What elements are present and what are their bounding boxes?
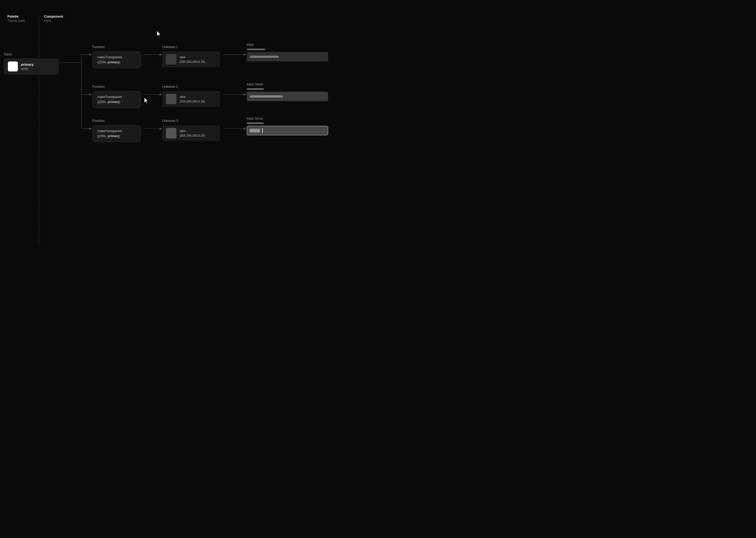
function-section-label-2: Function (92, 85, 141, 88)
unknown-rgba-1: rgba (255,255,255,0.15) (179, 55, 205, 64)
unknown-label-3: Unknown 3 (162, 119, 220, 123)
function-text-1a: makeTransparent (97, 55, 122, 59)
input-bar-2[interactable] (247, 92, 328, 101)
input-above-label-2 (247, 88, 264, 90)
unknown-box-3: rgba (255,255,255,0.25) (162, 125, 220, 141)
input-cursor (262, 128, 263, 133)
function-text-3a: makeTransparent (97, 129, 122, 133)
rgba-text-2b: (255,255,255,0.20) (179, 99, 205, 104)
rgba-text-1a: rgba (179, 55, 205, 59)
input-above-label-1 (247, 49, 265, 50)
rgba-text-3a: rgba (179, 129, 205, 133)
input-label-3: input :focus (247, 117, 328, 120)
rgba-text-2a: rgba (179, 94, 205, 99)
unknown-box-2: rgba (255,255,255,0.20) (162, 91, 220, 107)
function-box-2: makeTransparent ((20%, primary) (92, 91, 141, 108)
function-bold-1: primary (108, 60, 119, 64)
token-swatch (8, 62, 18, 72)
unknown-section-1: Unknown 1 rgba (255,255,255,0.15) (162, 45, 220, 67)
input-focus-content (247, 126, 328, 135)
svg-marker-5 (89, 93, 92, 96)
function-label-2: Function makeTransparent ((20%, primary) (92, 85, 141, 108)
rgba-text-3b: (255,255,255,0.25) (179, 133, 205, 138)
svg-marker-15 (244, 93, 246, 96)
function-label-1: Function makeTransparent ((15%, primary) (92, 45, 141, 68)
input-label-1: input (247, 43, 328, 46)
token-label: Token (4, 53, 59, 56)
function-bold-3: primary (108, 134, 119, 138)
token-card: primary white (4, 58, 59, 75)
function-section-label-3: Function (92, 119, 141, 123)
input-bar-1[interactable] (247, 52, 328, 62)
input-preview-3: input :focus (247, 117, 328, 135)
input-focus-text (250, 129, 260, 133)
input-placeholder-2 (250, 95, 283, 97)
input-above-label-3 (247, 123, 264, 124)
input-bar-3[interactable] (247, 126, 328, 135)
unknown-label-1: Unknown 1 (162, 45, 220, 49)
unknown-swatch-1 (166, 54, 176, 65)
function-label-3: Function makeTransparent ((25%, primary) (92, 119, 141, 142)
unknown-swatch-2 (166, 94, 176, 104)
function-text-2a: makeTransparent (97, 95, 122, 99)
svg-marker-19 (244, 128, 246, 130)
function-close-3: ) (119, 134, 120, 138)
unknown-box-1: rgba (255,255,255,0.15) (162, 51, 220, 67)
svg-marker-21 (144, 98, 148, 103)
vertical-divider (39, 15, 39, 243)
svg-marker-11 (244, 54, 246, 56)
svg-marker-17 (160, 128, 162, 130)
svg-marker-20 (157, 31, 161, 36)
palette-title: Palette (7, 15, 25, 19)
component-title: Component (44, 15, 63, 19)
component-section: Component Input (44, 15, 63, 23)
svg-marker-9 (160, 54, 162, 56)
svg-marker-13 (160, 93, 162, 96)
function-close-2: ) (119, 100, 120, 104)
unknown-rgba-2: rgba (255,255,255,0.20) (179, 94, 205, 104)
function-box-1: makeTransparent ((15%, primary) (92, 51, 141, 68)
token-section: Token primary white (4, 53, 59, 75)
rgba-text-1b: (255,255,255,0.15) (179, 59, 205, 64)
function-text-1b: (15%, (98, 60, 107, 64)
svg-marker-7 (89, 128, 92, 130)
function-section-label-1: Function (92, 45, 141, 49)
palette-subtitle: Theme Dark (7, 19, 25, 23)
input-preview-1: input (247, 43, 328, 62)
function-text-3b: (25%, (98, 134, 107, 138)
function-text-2b: (20%, (98, 100, 107, 104)
input-label-2: input :hover (247, 82, 328, 86)
unknown-label-2: Unknown 2 (162, 85, 220, 88)
token-value: white (21, 67, 34, 71)
unknown-rgba-3: rgba (255,255,255,0.25) (179, 129, 205, 138)
unknown-section-3: Unknown 3 rgba (255,255,255,0.25) (162, 119, 220, 141)
function-bold-2: primary (108, 100, 119, 104)
function-box-3: makeTransparent ((25%, primary) (92, 125, 141, 142)
component-subtitle: Input (44, 19, 63, 23)
unknown-section-2: Unknown 2 rgba (255,255,255,0.20) (162, 85, 220, 107)
function-close-1: ) (119, 60, 120, 64)
unknown-swatch-3 (166, 128, 176, 138)
token-info: primary white (21, 63, 34, 71)
token-name: primary (21, 63, 34, 67)
input-placeholder-1 (250, 56, 279, 58)
input-preview-2: input :hover (247, 82, 328, 101)
palette-section: Palette Theme Dark (7, 15, 25, 23)
svg-marker-3 (89, 54, 92, 56)
